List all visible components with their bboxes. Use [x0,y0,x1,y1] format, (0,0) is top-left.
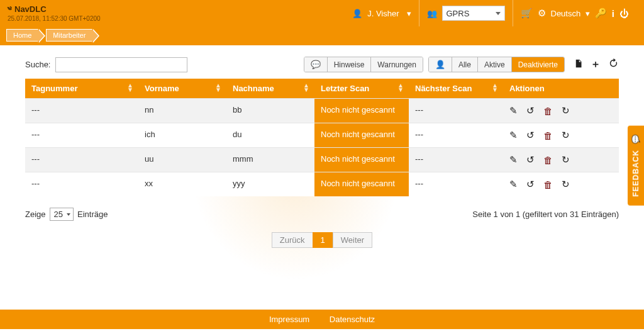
breadcrumb-home[interactable]: Home [6,29,38,42]
pagesize-select[interactable]: 25 [50,208,74,221]
col-label: Nachname [233,84,274,93]
chat-icon: 💬 [311,60,321,69]
footer-privacy-link[interactable]: Datenschutz [330,315,375,324]
sort-icon: ▲▼ [303,83,309,92]
table-actions: ＋ [574,58,619,71]
pagesize-entries-label: Einträge [77,210,108,219]
breadcrumb: Home Mitarbeiter [0,26,644,45]
connection-select[interactable]: GPRS [442,6,505,21]
refresh-icon[interactable] [608,58,619,71]
language-menu[interactable]: Deutsch ▾ [551,9,590,18]
pager-prev[interactable]: Zurück [272,232,313,248]
pager-next[interactable]: Weiter [333,232,372,248]
sort-icon: ▲▼ [492,83,498,92]
footer-imprint-label: Impressum [269,315,309,324]
col-letzter-scan[interactable]: Letzter Scan▲▼ [314,79,409,99]
footer: Impressum Datenschutz [0,310,644,329]
cell-first: nn [138,99,226,123]
pagination-status: Seite 1 von 1 (gefiltert von 31 Einträge… [472,210,619,219]
user-menu[interactable]: 👤 J. Visher ▾ [345,0,418,26]
logo-icon: ༄ [8,4,12,14]
trash-icon[interactable]: 🗑 [543,179,553,190]
search-label: Suche: [25,60,50,69]
header-timestamp: 25.07.2018, 11:52:30 GMT+0200 [8,15,101,22]
edit-icon[interactable]: ✎ [509,105,518,116]
search-input[interactable] [55,57,187,72]
filter-all-button[interactable]: Alle [452,57,477,72]
edit-icon[interactable]: ✎ [509,179,518,190]
edit-icon[interactable]: ✎ [509,154,518,165]
undo-icon[interactable]: ↺ [526,130,535,141]
trash-icon[interactable]: 🗑 [543,106,553,116]
power-icon[interactable]: ⏻ [619,8,629,19]
chevron-down-icon: ▾ [586,9,590,18]
cell-last: du [226,123,314,148]
breadcrumb-label: Mitarbeiter [53,31,86,39]
col-tagnummer[interactable]: Tagnummer▲▼ [25,79,138,99]
undo-icon[interactable]: ↺ [526,154,535,165]
undo-icon[interactable]: ↺ [526,105,535,116]
gear-icon[interactable]: ⚙ [538,8,546,19]
feedback-label: FEEDBACK [631,150,640,197]
cell-actions: ✎↺🗑↻ [503,123,619,148]
feedback-tab[interactable]: FEEDBACK 💬 [628,126,644,206]
cell-next-scan: --- [409,148,503,172]
history-icon[interactable]: ↻ [562,105,570,116]
filter-deactivated-button[interactable]: Deaktivierte [511,57,564,72]
pager-page-1[interactable]: 1 [313,232,333,248]
sort-icon: ▲▼ [127,83,133,92]
pager-next-label: Weiter [341,235,364,245]
table-row: ---nnbbNoch nicht gescannt---✎↺🗑↻ [25,99,619,123]
cell-next-scan: --- [409,123,503,148]
history-icon[interactable]: ↻ [562,130,570,141]
hints-button[interactable]: Hinweise [327,57,371,72]
cell-next-scan: --- [409,172,503,197]
history-icon[interactable]: ↻ [562,154,570,165]
undo-icon[interactable]: ↺ [526,179,535,190]
brand-block: ༄ NavDLC 25.07.2018, 11:52:30 GMT+0200 [8,4,101,22]
pagesize-show-label: Zeige [25,210,46,219]
hints-label: Hinweise [334,60,365,69]
cell-first: uu [138,148,226,172]
trash-icon[interactable]: 🗑 [543,155,553,165]
col-naechster-scan[interactable]: Nächster Scan▲▼ [409,79,503,99]
cell-last: mmm [226,148,314,172]
table-row: ---xxyyyNoch nicht gescannt---✎↺🗑↻ [25,172,619,197]
filter-deactivated-label: Deaktivierte [518,60,558,69]
col-label: Vorname [145,84,179,93]
footer-privacy-label: Datenschutz [330,315,375,324]
pagesize-value: 25 [54,210,63,219]
top-bar: ༄ NavDLC 25.07.2018, 11:52:30 GMT+0200 👤… [0,0,644,26]
footer-imprint-link[interactable]: Impressum [269,315,309,324]
key-icon[interactable]: 🔑 [595,8,607,19]
employee-table: Tagnummer▲▼ Vorname▲▼ Nachname▲▼ Letzter… [25,79,619,196]
cell-last-scan: Noch nicht gescannt [314,99,409,123]
breadcrumb-mitarbeiter[interactable]: Mitarbeiter [46,29,92,42]
col-label: Letzter Scan [321,84,369,93]
add-icon[interactable]: ＋ [591,58,601,71]
messages-icon-button[interactable]: 💬 [304,57,327,72]
col-label: Nächster Scan [415,84,472,93]
feedback-icon: 💬 [631,135,641,144]
user-name: J. Visher [367,9,399,18]
edit-icon[interactable]: ✎ [509,130,518,141]
table-footer-row: Zeige 25 Einträge Seite 1 von 1 (gefilte… [25,208,619,221]
pager-prev-label: Zurück [280,235,305,245]
warnings-button[interactable]: Warnungen [370,57,423,72]
cell-tag: --- [25,148,138,172]
export-pdf-icon[interactable] [574,59,583,71]
col-nachname[interactable]: Nachname▲▼ [226,79,314,99]
history-icon[interactable]: ↻ [562,179,570,190]
filter-active-button[interactable]: Aktive [477,57,511,72]
pagination: Zurück 1 Weiter [25,232,619,248]
status-icon-button[interactable]: 👤 [429,57,452,72]
cell-last: bb [226,99,314,123]
col-vorname[interactable]: Vorname▲▼ [138,79,226,99]
cell-last-scan: Noch nicht gescannt [314,123,409,148]
cart-icon[interactable]: 🛒 [521,8,533,19]
info-icon[interactable]: i [612,8,614,19]
cell-tag: --- [25,99,138,123]
cell-actions: ✎↺🗑↻ [503,148,619,172]
table-row: ---uummmNoch nicht gescannt---✎↺🗑↻ [25,148,619,172]
trash-icon[interactable]: 🗑 [543,130,553,141]
